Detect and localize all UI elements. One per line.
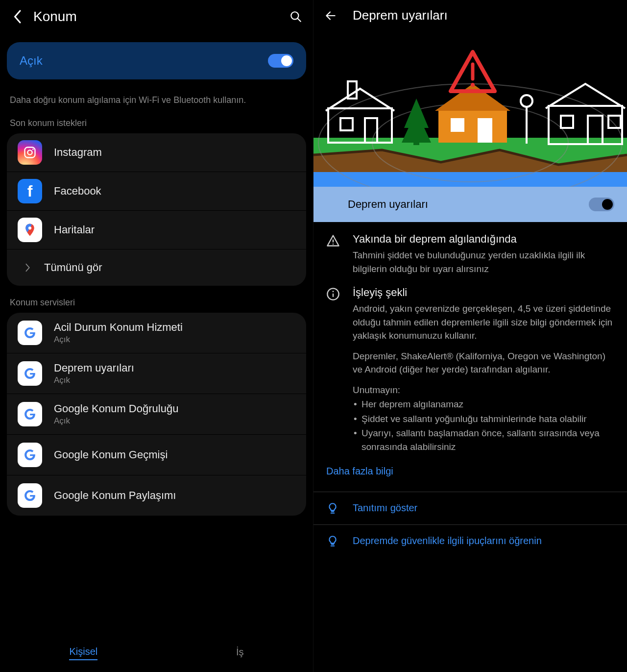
tip-label: Depremde güvenlikle ilgili ipuçlarını öğ… xyxy=(353,535,542,547)
maps-icon xyxy=(18,218,42,242)
svg-point-36 xyxy=(333,291,334,292)
service-row-emergency[interactable]: Acil Durum Konum Hizmeti Açık xyxy=(7,313,306,353)
info-bullet: Uyarıyı, sallantı başlamadan önce, salla… xyxy=(353,426,614,453)
svg-rect-17 xyxy=(413,138,419,145)
google-icon xyxy=(18,402,42,426)
lightbulb-icon xyxy=(326,502,341,515)
toggle-switch[interactable] xyxy=(268,54,293,68)
hint-text: Daha doğru konum algılama için Wi-Fi ve … xyxy=(0,79,313,115)
bottom-tabs: Kişisel İş xyxy=(0,634,313,672)
app-row-instagram[interactable]: Instagram xyxy=(7,133,306,172)
earthquake-hero-illustration xyxy=(314,35,627,187)
info-text: Tahmini şiddet ve bulunduğunuz yerden uz… xyxy=(353,249,614,275)
facebook-icon: f xyxy=(18,179,42,203)
svg-rect-8 xyxy=(314,172,627,187)
service-title: Deprem uyarıları xyxy=(54,362,134,374)
back-button[interactable] xyxy=(323,8,338,23)
tab-work[interactable]: İş xyxy=(236,647,244,660)
recent-apps-card: Instagram f Facebook Haritalar Tümünü gö… xyxy=(7,133,306,286)
back-button[interactable] xyxy=(10,9,24,24)
svg-line-1 xyxy=(297,18,301,22)
svg-point-30 xyxy=(471,83,475,87)
toggle-label: Açık xyxy=(20,54,43,68)
info-icon xyxy=(326,287,341,454)
section-label-services: Konum servisleri xyxy=(0,295,313,313)
instagram-icon xyxy=(18,140,42,165)
app-row-facebook[interactable]: f Facebook xyxy=(7,172,306,211)
info-paragraph: Android, yakın çevrenizde gerçekleşen, 4… xyxy=(353,302,614,343)
service-sub: Açık xyxy=(54,335,183,345)
location-master-toggle[interactable]: Açık xyxy=(7,42,306,79)
more-info-link[interactable]: Daha fazla bilgi xyxy=(314,455,627,492)
google-icon xyxy=(18,361,42,386)
google-icon xyxy=(18,321,42,345)
arrow-left-icon xyxy=(324,9,337,22)
page-title: Konum xyxy=(33,9,289,25)
svg-rect-18 xyxy=(438,108,507,143)
service-title: Google Konum Doğruluğu xyxy=(54,402,178,415)
service-row-sharing[interactable]: Google Konum Paylaşımı xyxy=(7,475,306,516)
info-paragraph: Depremler, ShakeAlert® (Kaliforniya, Ore… xyxy=(353,349,614,376)
earthquake-alerts-toggle-row[interactable]: Deprem uyarıları xyxy=(314,187,627,222)
svg-rect-20 xyxy=(451,118,464,132)
right-header: Deprem uyarıları xyxy=(314,0,627,31)
info-bullet: Şiddet ve sallantı yoğunluğu tahminlerin… xyxy=(353,412,614,426)
app-row-maps[interactable]: Haritalar xyxy=(7,211,306,249)
service-row-history[interactable]: Google Konum Geçmişi xyxy=(7,435,306,475)
remember-label: Unutmayın: xyxy=(353,383,614,397)
service-row-earthquake[interactable]: Deprem uyarıları Açık xyxy=(7,353,306,394)
svg-point-33 xyxy=(333,244,334,245)
lightbulb-icon xyxy=(326,535,341,548)
chevron-left-icon xyxy=(12,9,22,24)
view-all-row[interactable]: Tümünü gör xyxy=(7,249,306,286)
info-title: İşleyiş şekli xyxy=(353,286,614,299)
app-label: Facebook xyxy=(54,185,101,198)
google-icon xyxy=(18,483,42,508)
search-icon xyxy=(289,10,302,23)
tip-row-safety[interactable]: Depremde güvenlikle ilgili ipuçlarını öğ… xyxy=(314,525,627,557)
service-title: Acil Durum Konum Hizmeti xyxy=(54,321,183,334)
info-section-how-it-works: İşleyiş şekli Android, yakın çevrenizde … xyxy=(314,275,627,454)
tip-row-demo[interactable]: Tanıtımı göster xyxy=(314,492,627,524)
svg-point-5 xyxy=(28,226,31,229)
services-card: Acil Durum Konum Hizmeti Açık Deprem uya… xyxy=(7,313,306,516)
google-icon xyxy=(18,443,42,467)
info-text: Android, yakın çevrenizde gerçekleşen, 4… xyxy=(353,302,614,453)
service-row-accuracy[interactable]: Google Konum Doğruluğu Açık xyxy=(7,394,306,435)
section-label-recent: Son konum istekleri xyxy=(0,115,313,133)
app-label: Haritalar xyxy=(54,224,95,236)
page-title: Deprem uyarıları xyxy=(353,8,448,23)
toggle-switch[interactable] xyxy=(589,198,614,211)
svg-point-4 xyxy=(32,149,34,150)
info-section-detected: Yakında bir deprem algılandığında Tahmin… xyxy=(314,222,627,275)
service-title: Google Konum Paylaşımı xyxy=(54,489,176,502)
service-title: Google Konum Geçmişi xyxy=(54,448,168,461)
warning-triangle-icon xyxy=(326,234,341,275)
svg-point-3 xyxy=(27,150,32,155)
tip-label: Tanıtımı göster xyxy=(353,502,417,514)
toggle-label: Deprem uyarıları xyxy=(348,198,428,211)
svg-rect-21 xyxy=(478,118,492,143)
service-sub: Açık xyxy=(54,375,134,385)
view-all-label: Tümünü gör xyxy=(44,261,102,274)
service-sub: Açık xyxy=(54,416,178,426)
chevron-right-icon xyxy=(23,263,33,272)
info-bullet-list: Her deprem algılanamaz Şiddet ve sallant… xyxy=(353,398,614,453)
info-bullet: Her deprem algılanamaz xyxy=(353,398,614,411)
app-label: Instagram xyxy=(54,146,102,159)
left-header: Konum xyxy=(0,0,313,33)
info-title: Yakında bir deprem algılandığında xyxy=(353,233,614,246)
tab-personal[interactable]: Kişisel xyxy=(69,646,97,660)
search-button[interactable] xyxy=(289,9,303,24)
